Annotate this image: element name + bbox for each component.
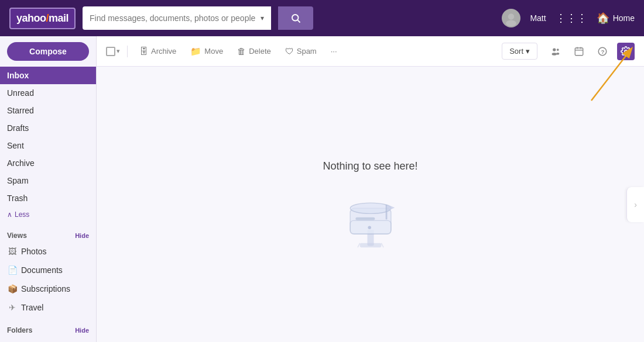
svg-point-6 — [557, 49, 559, 51]
svg-text:?: ? — [601, 48, 604, 54]
delete-icon: 🗑 — [237, 46, 246, 56]
svg-point-3 — [506, 20, 517, 27]
sort-chevron-icon: ▾ — [526, 47, 530, 56]
sidebar-item-sent[interactable]: Sent — [0, 137, 96, 154]
svg-point-4 — [553, 48, 556, 51]
sent-label: Sent — [7, 141, 24, 150]
views-label: Views — [7, 232, 27, 240]
search-icon — [290, 13, 301, 23]
folders-label: Folders — [7, 326, 32, 334]
right-panel-toggle[interactable]: › — [626, 187, 644, 222]
svg-point-7 — [556, 52, 559, 54]
trash-label: Trash — [7, 194, 28, 203]
calendar-icon-button[interactable] — [570, 43, 588, 60]
views-hide-button[interactable]: Hide — [75, 232, 89, 239]
header-right: Matt ⋮⋮⋮ 🏠 Home — [502, 9, 635, 27]
chevron-up-icon: ∧ — [7, 210, 12, 219]
empty-title: Nothing to see here! — [323, 160, 417, 172]
inbox-label: Inbox — [7, 71, 29, 80]
sidebar-item-photos[interactable]: 🖼 Photos — [0, 242, 96, 261]
mailbox-illustration — [338, 184, 403, 248]
spam-label: Spam — [7, 176, 29, 185]
subscriptions-icon: 📦 — [7, 284, 18, 294]
svg-point-5 — [552, 53, 557, 56]
empty-state: Nothing to see here! — [97, 67, 644, 342]
toolbar-separator-1 — [127, 46, 128, 57]
help-icon: ? — [597, 46, 608, 57]
header: yahoo/mail ▾ Matt ⋮⋮⋮ 🏠 Home — [0, 0, 644, 36]
sidebar: Compose Inbox Unread Starred Drafts Sent… — [0, 36, 97, 342]
search-chevron-icon[interactable]: ▾ — [261, 14, 264, 22]
search-input[interactable] — [90, 13, 256, 23]
logo[interactable]: yahoo/mail — [9, 8, 76, 29]
compose-button[interactable]: Compose — [7, 42, 89, 61]
less-toggle[interactable]: ∧ Less — [0, 207, 96, 222]
calendar-icon — [574, 46, 584, 57]
main-layout: Compose Inbox Unread Starred Drafts Sent… — [0, 36, 644, 342]
svg-rect-16 — [359, 243, 381, 247]
toolbar: ▾ 🗄 Archive 📁 Move 🗑 Delete 🛡 Spam ··· — [97, 36, 644, 67]
svg-point-19 — [368, 226, 371, 230]
help-icon-button[interactable]: ? — [594, 43, 611, 60]
svg-point-14 — [625, 50, 628, 53]
select-all-container: ▾ — [106, 47, 120, 56]
archive-button[interactable]: 🗄 Archive — [135, 43, 181, 59]
svg-point-20 — [350, 203, 391, 213]
views-section-header: Views Hide — [0, 227, 96, 242]
spam-button[interactable]: 🛡 Spam — [280, 43, 321, 59]
travel-icon: ✈ — [7, 302, 18, 313]
svg-rect-23 — [355, 217, 375, 220]
archive-label: Archive — [7, 158, 35, 168]
drafts-label: Drafts — [7, 123, 29, 133]
svg-point-2 — [508, 13, 515, 20]
sidebar-item-subscriptions[interactable]: 📦 Subscriptions — [0, 279, 96, 298]
documents-icon: 📄 — [7, 265, 18, 275]
search-button[interactable] — [278, 6, 313, 30]
sidebar-item-unread[interactable]: Unread — [0, 84, 96, 102]
sidebar-item-archive[interactable]: Archive — [0, 154, 96, 172]
svg-line-1 — [298, 20, 300, 22]
settings-icon — [621, 46, 631, 57]
svg-rect-8 — [575, 48, 583, 56]
sidebar-item-inbox[interactable]: Inbox — [0, 67, 96, 84]
right-chevron-icon: › — [634, 200, 637, 209]
avatar — [502, 9, 520, 27]
sidebar-item-documents[interactable]: 📄 Documents — [0, 261, 96, 279]
sidebar-item-travel[interactable]: ✈ Travel — [0, 298, 96, 317]
sidebar-item-starred[interactable]: Starred — [0, 102, 96, 119]
unread-label: Unread — [7, 88, 34, 98]
archive-icon: 🗄 — [139, 46, 148, 56]
username-label: Matt — [530, 13, 546, 23]
photos-icon: 🖼 — [7, 246, 18, 257]
move-icon: 📁 — [190, 46, 201, 57]
new-folder-button[interactable]: + New Folder — [0, 337, 96, 342]
svg-line-25 — [381, 243, 383, 247]
toolbar-right-icons: ? — [547, 43, 635, 60]
apps-icon[interactable]: ⋮⋮⋮ — [556, 12, 587, 25]
contacts-icon — [550, 46, 561, 57]
folders-hide-button[interactable]: Hide — [75, 327, 89, 334]
home-button[interactable]: 🏠 Home — [597, 12, 635, 25]
spam-icon: 🛡 — [285, 46, 294, 56]
sidebar-item-spam[interactable]: Spam — [0, 172, 96, 189]
select-chevron-icon[interactable]: ▾ — [117, 47, 120, 55]
folders-section-header: Folders Hide — [0, 322, 96, 337]
settings-icon-button[interactable] — [617, 43, 635, 60]
contacts-icon-button[interactable] — [547, 43, 564, 60]
svg-marker-22 — [387, 205, 395, 211]
sidebar-item-drafts[interactable]: Drafts — [0, 119, 96, 137]
svg-point-0 — [292, 15, 299, 21]
select-all-checkbox[interactable] — [106, 47, 115, 56]
svg-line-24 — [358, 243, 360, 247]
more-button[interactable]: ··· — [326, 44, 342, 58]
delete-button[interactable]: 🗑 Delete — [232, 43, 276, 59]
content-area: ▾ 🗄 Archive 📁 Move 🗑 Delete 🛡 Spam ··· — [97, 36, 644, 342]
move-button[interactable]: 📁 Move — [186, 43, 228, 60]
sidebar-item-trash[interactable]: Trash — [0, 189, 96, 207]
home-icon: 🏠 — [597, 12, 609, 25]
search-container: ▾ — [83, 6, 271, 30]
svg-rect-21 — [385, 205, 387, 220]
sort-button[interactable]: Sort ▾ — [502, 43, 537, 60]
home-label: Home — [613, 13, 635, 23]
starred-label: Starred — [7, 106, 34, 115]
